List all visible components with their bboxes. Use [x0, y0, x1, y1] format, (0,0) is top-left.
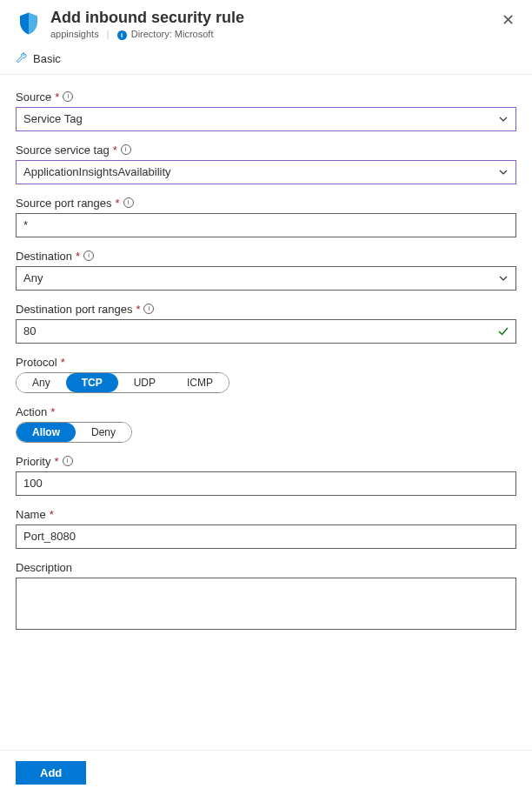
info-icon[interactable]: i: [83, 251, 94, 261]
action-option-deny[interactable]: Deny: [76, 423, 131, 442]
action-label: Action: [16, 405, 47, 418]
required-star: *: [50, 508, 54, 521]
source-label: Source: [16, 90, 51, 104]
directory-value: Microsoft: [175, 29, 214, 39]
protocol-option-any[interactable]: Any: [17, 373, 66, 392]
page-title: Add inbound security rule: [50, 9, 516, 27]
protocol-label: Protocol: [16, 356, 57, 369]
source-service-tag-select[interactable]: ApplicationInsightsAvailability: [16, 160, 516, 184]
destination-value: Any: [23, 271, 43, 284]
info-icon[interactable]: i: [63, 91, 73, 102]
wrench-icon[interactable]: [16, 52, 28, 64]
info-icon: i: [117, 30, 127, 40]
checkmark-icon: [497, 325, 509, 337]
source-select[interactable]: Service Tag: [16, 107, 516, 131]
chevron-down-icon: [498, 167, 509, 177]
source-port-ranges-label: Source port ranges: [16, 197, 112, 210]
page-subtitle: appinsights | i Directory: Microsoft: [50, 29, 516, 40]
protocol-segmented: AnyTCPUDPICMP: [16, 372, 229, 393]
required-star: *: [116, 197, 120, 210]
source-service-tag-value: ApplicationInsightsAvailability: [23, 165, 171, 178]
directory-label: Directory:: [131, 29, 172, 39]
source-service-tag-label: Source service tag: [16, 144, 110, 157]
protocol-option-udp[interactable]: UDP: [118, 373, 171, 392]
description-label: Description: [16, 561, 72, 574]
destination-port-ranges-label: Destination port ranges: [16, 303, 132, 316]
required-star: *: [76, 250, 80, 263]
destination-port-ranges-input[interactable]: [16, 319, 516, 344]
add-button[interactable]: Add: [16, 761, 86, 785]
panel-header: Add inbound security rule appinsights | …: [0, 0, 532, 47]
name-label: Name: [16, 508, 46, 521]
protocol-option-tcp[interactable]: TCP: [66, 373, 118, 392]
chevron-down-icon: [498, 114, 509, 124]
toolbar: Basic: [0, 47, 532, 75]
shield-icon: [16, 10, 42, 37]
info-icon[interactable]: i: [143, 304, 154, 314]
destination-label: Destination: [16, 250, 72, 263]
source-value: Service Tag: [23, 112, 83, 125]
close-icon[interactable]: ✕: [495, 7, 522, 33]
info-icon[interactable]: i: [121, 144, 131, 155]
required-star: *: [113, 144, 117, 157]
priority-input[interactable]: [16, 471, 516, 496]
action-option-allow[interactable]: Allow: [17, 423, 76, 442]
destination-select[interactable]: Any: [16, 266, 516, 291]
required-star: *: [50, 405, 55, 418]
form-body: Source * i Service Tag Source service ta…: [0, 75, 532, 714]
name-input[interactable]: [16, 524, 516, 549]
chevron-down-icon: [498, 273, 509, 284]
priority-label: Priority: [16, 455, 50, 468]
basic-toggle-label[interactable]: Basic: [33, 52, 61, 65]
info-icon[interactable]: i: [123, 197, 134, 208]
required-star: *: [55, 90, 59, 104]
panel-footer: Add: [0, 750, 532, 795]
required-star: *: [61, 356, 65, 369]
action-segmented: AllowDeny: [16, 422, 132, 443]
required-star: *: [136, 303, 140, 316]
protocol-option-icmp[interactable]: ICMP: [171, 373, 229, 392]
info-icon[interactable]: i: [63, 456, 73, 466]
source-port-ranges-input[interactable]: [16, 213, 516, 237]
required-star: *: [54, 455, 58, 468]
resource-name: appinsights: [50, 29, 99, 39]
description-input[interactable]: [16, 578, 516, 630]
